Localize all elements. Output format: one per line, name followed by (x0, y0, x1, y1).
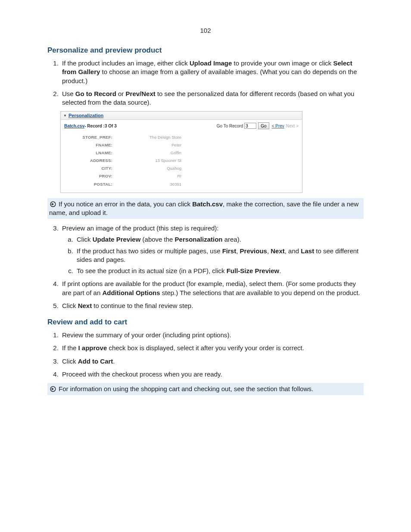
field-label: ADDRESS: (61, 157, 112, 165)
ordered-list-2: Review the summary of your order (includ… (47, 331, 364, 379)
text: . (113, 358, 115, 365)
goto-record-input[interactable] (244, 123, 256, 129)
bold-text: Full-Size Preview (227, 267, 280, 274)
text: Use (62, 90, 75, 97)
prev-link[interactable]: < Prev (272, 124, 284, 128)
bold-text: Additional Options (102, 289, 160, 296)
text: to continue to the final review step. (92, 302, 193, 309)
bold-text: Update Preview (93, 236, 141, 243)
field-label: PROV: (61, 172, 112, 180)
bold-text: Batch.csv (192, 200, 223, 208)
list-item: If the product includes an image, either… (60, 59, 364, 85)
field-value: Quahog (112, 165, 184, 172)
heading-personalize: Personalize and preview product (47, 46, 364, 55)
text: Preview an image of the product (this st… (62, 224, 219, 232)
text: Click (77, 236, 93, 243)
list-item: Review the summary of your order (includ… (60, 331, 364, 339)
field-label: STORE_PREF: (61, 134, 112, 141)
text: Click (62, 302, 78, 309)
panel-header[interactable]: ▼ Personalization (61, 112, 302, 120)
field-value: Peter (112, 141, 184, 149)
panel-toolbar: Batch.csv - Record :3 Of 3 Go To Record … (61, 120, 302, 132)
svg-rect-3 (51, 389, 53, 389)
bold-text: First (222, 247, 237, 255)
field-label: CITY: (61, 165, 112, 172)
text: or (116, 90, 126, 97)
list-item: If print options are available for the p… (60, 280, 364, 297)
ordered-list-1: If the product includes an image, either… (47, 59, 364, 107)
heading-review: Review and add to cart (47, 318, 364, 327)
list-item: Use Go to Record or Prev/Next to see the… (60, 90, 364, 107)
list-item: Click Update Preview (above the Personal… (75, 235, 364, 244)
field-row: FNAME:Peter (61, 141, 302, 149)
bold-text: Upload Image (190, 59, 232, 67)
bold-text: Next (271, 247, 285, 255)
bold-text: I approve (78, 344, 107, 352)
text: . (279, 267, 281, 274)
text: check box is displayed, select it after … (107, 344, 304, 352)
page-number: 102 (47, 27, 364, 34)
field-row: LNAME:Griffin (61, 149, 302, 157)
text: , and (285, 247, 301, 255)
go-button[interactable]: Go (258, 122, 269, 129)
bold-text: Prev/Next (126, 90, 156, 97)
text: to choose an image from a gallery of ava… (62, 68, 357, 84)
text: If the product includes an image, either… (62, 59, 190, 67)
goto-label: Go To Record (217, 124, 243, 128)
note-callout: If you notice an error in the data, you … (47, 198, 364, 219)
text: If you notice an error in the data, you … (59, 200, 192, 208)
field-value: The Design Store (112, 134, 184, 141)
text: If the (62, 344, 78, 352)
field-label: POSTAL: (61, 180, 112, 188)
list-item: Proceed with the checkout process when y… (60, 370, 364, 379)
bold-text: Next (78, 302, 92, 309)
field-value: 30391 (112, 180, 184, 188)
record-text: - Record :3 Of 3 (84, 124, 116, 128)
list-item: If the I approve check box is displayed,… (60, 344, 364, 352)
text: step.) The selections that are available… (160, 289, 360, 296)
field-label: FNAME: (61, 141, 112, 149)
field-row: PROV:RI (61, 172, 302, 180)
field-list: STORE_PREF:The Design Store FNAME:Peter … (61, 132, 302, 192)
list-item: Preview an image of the product (this st… (60, 224, 364, 275)
field-value: Griffin (112, 149, 184, 157)
text: If the product has two sides or multiple… (77, 247, 222, 255)
field-row: CITY:Quahog (61, 165, 302, 172)
field-label: LNAME: (61, 149, 112, 157)
field-value: 13 Spooner St (112, 157, 184, 165)
text: area). (222, 236, 241, 243)
bold-text: Previous (240, 247, 267, 255)
text: , (236, 247, 240, 255)
bold-text: Add to Cart (78, 358, 113, 365)
list-item: Click Add to Cart. (60, 357, 364, 366)
personalization-panel: ▼ Personalization Batch.csv - Record :3 … (60, 111, 302, 193)
ordered-list-1b: Preview an image of the product (this st… (47, 224, 364, 310)
text: (above the (140, 236, 174, 243)
batch-csv-link[interactable]: Batch.csv (64, 124, 84, 128)
lettered-list: Click Update Preview (above the Personal… (62, 235, 364, 275)
next-link-disabled: Next > (286, 124, 299, 128)
arrow-right-circle-icon (49, 386, 57, 392)
list-item: To see the product in its actual size (i… (75, 267, 364, 275)
arrow-right-circle-icon (49, 201, 57, 207)
list-item: If the product has two sides or multiple… (75, 247, 364, 264)
list-item: Click Next to continue to the final revi… (60, 302, 364, 310)
note-callout: For information on using the shopping ca… (47, 383, 364, 395)
panel-title: Personalization (68, 113, 103, 118)
field-row: ADDRESS:13 Spooner St (61, 157, 302, 165)
svg-rect-1 (51, 204, 53, 205)
field-row: POSTAL:30391 (61, 180, 302, 188)
text: For information on using the shopping ca… (59, 385, 313, 392)
bold-text: Personalization (175, 236, 223, 243)
field-row: STORE_PREF:The Design Store (61, 134, 302, 141)
collapse-icon: ▼ (63, 114, 67, 118)
text: , (267, 247, 271, 255)
text: To see the product in its actual size (i… (77, 267, 227, 274)
bold-text: Go to Record (75, 90, 116, 97)
text: to provide your own image or click (232, 59, 333, 67)
bold-text: Last (301, 247, 314, 255)
page: 102 Personalize and preview product If t… (0, 0, 411, 532)
field-value: RI (112, 172, 184, 180)
text: Click (62, 358, 78, 365)
